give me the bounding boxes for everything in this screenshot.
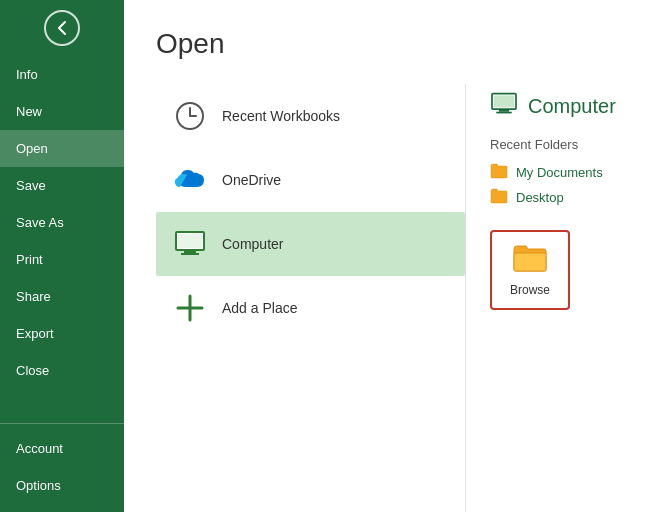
option-addplace[interactable]: Add a Place [156, 276, 465, 340]
recent-label: Recent Workbooks [222, 108, 340, 124]
recent-folders-label: Recent Folders [490, 137, 647, 152]
browse-folder-icon [512, 243, 548, 277]
computer-icon [172, 226, 208, 262]
svg-rect-5 [184, 250, 196, 253]
content-area: Recent Workbooks OneDrive [156, 84, 671, 512]
svg-rect-10 [494, 95, 515, 107]
sidebar-item-open[interactable]: Open [0, 130, 124, 167]
onedrive-label: OneDrive [222, 172, 281, 188]
folder-icon-mydocs [490, 163, 508, 182]
main-content: Open Recent Workbooks [124, 0, 671, 512]
sidebar: Info New Open Save Save As Print Share E… [0, 0, 124, 512]
sidebar-nav: Info New Open Save Save As Print Share E… [0, 56, 124, 417]
folder-icon-desktop [490, 188, 508, 207]
right-panel-title: Computer [490, 92, 647, 121]
sidebar-item-export[interactable]: Export [0, 315, 124, 352]
folder-mydocs-label: My Documents [516, 165, 603, 180]
sidebar-item-print[interactable]: Print [0, 241, 124, 278]
browse-button[interactable]: Browse [490, 230, 570, 310]
svg-rect-6 [181, 253, 199, 255]
onedrive-icon [172, 162, 208, 198]
sidebar-bottom: Account Options [0, 430, 124, 512]
option-onedrive[interactable]: OneDrive [156, 148, 465, 212]
sidebar-item-account[interactable]: Account [0, 430, 124, 467]
svg-rect-13 [514, 253, 546, 271]
computer-label: Computer [222, 236, 283, 252]
left-panel: Recent Workbooks OneDrive [156, 84, 466, 512]
browse-label: Browse [510, 283, 550, 297]
folder-desktop[interactable]: Desktop [490, 185, 647, 210]
svg-rect-11 [499, 109, 509, 112]
right-computer-icon [490, 92, 518, 121]
sidebar-item-save[interactable]: Save [0, 167, 124, 204]
svg-rect-12 [496, 112, 511, 114]
back-circle-icon[interactable] [44, 10, 80, 46]
svg-rect-4 [178, 234, 202, 248]
sidebar-item-options[interactable]: Options [0, 467, 124, 504]
sidebar-item-close[interactable]: Close [0, 352, 124, 389]
option-recent[interactable]: Recent Workbooks [156, 84, 465, 148]
page-title: Open [156, 28, 671, 60]
sidebar-item-share[interactable]: Share [0, 278, 124, 315]
folder-desktop-label: Desktop [516, 190, 564, 205]
sidebar-item-info[interactable]: Info [0, 56, 124, 93]
back-button[interactable] [0, 0, 124, 56]
addplace-label: Add a Place [222, 300, 298, 316]
option-computer[interactable]: Computer [156, 212, 465, 276]
addplace-icon [172, 290, 208, 326]
sidebar-item-new[interactable]: New [0, 93, 124, 130]
sidebar-divider [0, 423, 124, 424]
folder-my-documents[interactable]: My Documents [490, 160, 647, 185]
sidebar-item-saveas[interactable]: Save As [0, 204, 124, 241]
right-panel: Computer Recent Folders My Documents Des… [466, 84, 671, 512]
clock-icon [172, 98, 208, 134]
